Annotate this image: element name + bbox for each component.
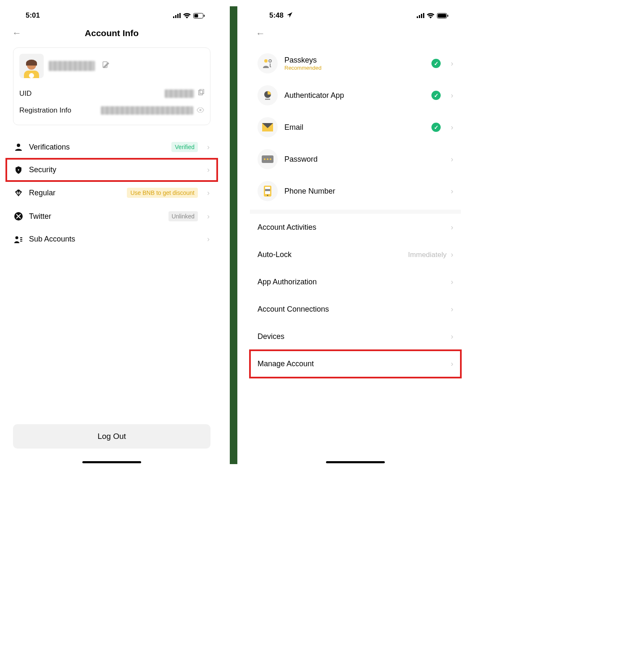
registration-row: Registration Info	[19, 102, 204, 119]
chevron-right-icon: ›	[451, 332, 453, 341]
registration-label: Registration Info	[19, 106, 71, 115]
authenticator-icon	[258, 85, 278, 105]
cellular-signal-icon	[173, 13, 181, 18]
phone-account-info: 5:01 ← Account Info	[6, 6, 217, 464]
chevron-right-icon: ›	[451, 187, 453, 196]
eye-icon[interactable]	[197, 106, 204, 115]
avatar[interactable]	[19, 54, 44, 78]
profile-row	[19, 54, 204, 78]
item-app-authorization[interactable]: App Authorization ›	[250, 268, 461, 296]
email-icon	[258, 117, 278, 137]
battery-icon	[193, 13, 205, 18]
item-title: Email	[284, 123, 425, 132]
menu-label: Security	[29, 165, 201, 174]
menu-verifications[interactable]: Verifications Verified ›	[6, 135, 217, 159]
svg-rect-36	[265, 189, 270, 191]
svg-point-31	[264, 158, 265, 160]
item-account-activities[interactable]: Account Activities ›	[250, 214, 461, 241]
home-indicator	[82, 461, 141, 463]
back-button[interactable]: ←	[256, 28, 265, 39]
enabled-check-icon: ✓	[431, 59, 441, 68]
svg-rect-3	[179, 13, 181, 18]
sub-accounts-icon	[14, 236, 23, 243]
chevron-right-icon: ›	[451, 223, 453, 232]
item-manage-account[interactable]: Manage Account ›	[250, 350, 461, 378]
menu-twitter[interactable]: Twitter Unlinked ›	[6, 205, 217, 228]
svg-point-37	[267, 195, 268, 196]
status-indicators	[417, 13, 448, 18]
item-label: Account Connections	[258, 305, 329, 314]
passkey-icon	[258, 53, 278, 74]
svg-rect-20	[419, 15, 420, 18]
menu-security[interactable]: Security ›	[6, 159, 217, 181]
auth-methods-list: Passkeys Recommended ✓ › Authenticator A…	[250, 46, 461, 207]
wifi-icon	[427, 13, 434, 18]
item-auto-lock[interactable]: Auto-Lock Immediately ›	[250, 241, 461, 268]
svg-rect-0	[173, 16, 174, 18]
page-title: Account Info	[85, 28, 139, 38]
profile-card: UID Registration Info	[13, 47, 210, 125]
chevron-right-icon: ›	[451, 250, 453, 259]
bnb-discount-badge: Use BNB to get discount	[127, 188, 198, 198]
diamond-icon	[14, 189, 23, 197]
chevron-right-icon: ›	[451, 59, 453, 68]
status-bar: 5:48	[250, 6, 461, 25]
edit-icon[interactable]	[103, 61, 110, 71]
svg-point-26	[264, 59, 268, 63]
uid-row: UID	[19, 85, 204, 102]
status-bar: 5:01	[6, 6, 217, 25]
location-arrow-icon	[287, 12, 292, 18]
chevron-right-icon: ›	[451, 155, 453, 164]
battery-icon	[437, 13, 448, 18]
svg-rect-2	[177, 14, 179, 18]
svg-rect-1	[175, 15, 176, 18]
account-menu: Verifications Verified › Security › Regu…	[6, 135, 217, 250]
item-email[interactable]: Email ✓ ›	[250, 111, 461, 143]
menu-sub-accounts[interactable]: Sub Accounts ›	[6, 228, 217, 250]
cellular-signal-icon	[417, 13, 424, 18]
chevron-right-icon: ›	[207, 235, 210, 244]
svg-point-10	[200, 109, 202, 111]
item-label: Manage Account	[258, 360, 314, 368]
uid-label: UID	[19, 89, 32, 98]
menu-label: Sub Accounts	[29, 235, 201, 244]
svg-rect-6	[204, 15, 205, 17]
item-phone[interactable]: Phone Number ›	[250, 175, 461, 207]
svg-rect-25	[447, 15, 448, 17]
svg-rect-21	[421, 14, 422, 18]
menu-label: Verifications	[29, 143, 166, 152]
recommended-badge: Recommended	[284, 65, 425, 71]
item-password[interactable]: Password ›	[250, 143, 461, 175]
copy-icon[interactable]	[197, 89, 204, 98]
header: ← Account Info	[6, 25, 217, 45]
screenshot-divider	[230, 6, 237, 464]
logout-button[interactable]: Log Out	[13, 424, 210, 449]
registration-value-redacted	[101, 106, 193, 115]
item-authenticator[interactable]: Authenticator App ✓ ›	[250, 79, 461, 111]
enabled-check-icon: ✓	[431, 91, 441, 100]
item-title: Phone Number	[284, 187, 444, 196]
svg-rect-16	[20, 237, 22, 238]
chevron-right-icon: ›	[207, 143, 210, 152]
unlinked-badge: Unlinked	[168, 211, 198, 221]
menu-label: Regular	[29, 189, 121, 197]
item-account-connections[interactable]: Account Connections ›	[250, 296, 461, 323]
menu-regular[interactable]: Regular Use BNB to get discount ›	[6, 181, 217, 205]
wifi-icon	[183, 13, 191, 18]
item-devices[interactable]: Devices ›	[250, 323, 461, 350]
section-divider	[250, 210, 461, 214]
item-passkeys[interactable]: Passkeys Recommended ✓ ›	[250, 47, 461, 79]
svg-rect-17	[20, 239, 22, 240]
svg-rect-22	[423, 13, 424, 18]
svg-rect-24	[438, 14, 446, 18]
back-button[interactable]: ←	[12, 28, 21, 39]
enabled-check-icon: ✓	[431, 123, 441, 132]
phone-security-settings: 5:48 ← Passkeys Recomme	[250, 6, 461, 464]
settings-list: Account Activities › Auto-Lock Immediate…	[250, 214, 461, 378]
x-twitter-icon	[14, 212, 23, 220]
svg-rect-19	[417, 16, 418, 18]
item-label: Auto-Lock	[258, 250, 292, 259]
person-icon	[14, 143, 23, 151]
status-indicators	[173, 13, 205, 18]
chevron-right-icon: ›	[207, 189, 210, 197]
